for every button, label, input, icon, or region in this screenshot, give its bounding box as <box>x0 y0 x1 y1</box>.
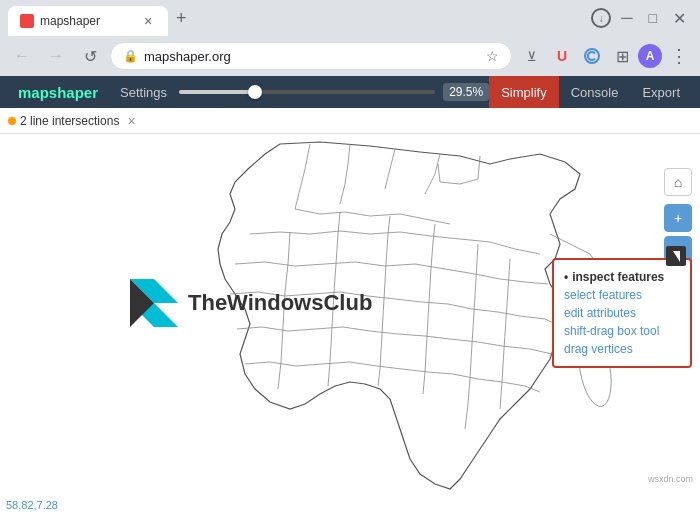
browser-menu-button[interactable]: ⋮ <box>664 42 692 70</box>
download-icon[interactable]: ⊻ <box>518 42 546 70</box>
maximize-button[interactable]: □ <box>643 10 663 26</box>
sync-indicator: ↓ <box>591 8 611 28</box>
notification-bar: 2 line intersections × <box>0 108 700 134</box>
cursor-icon <box>666 246 686 266</box>
notification-dot <box>8 117 16 125</box>
simplify-button[interactable]: Simplify <box>489 76 559 108</box>
twc-icon <box>130 279 178 327</box>
tab-area: mapshaper × + <box>8 0 587 36</box>
app-toolbar: mapshaper Settings 29.5% Simplify Consol… <box>0 76 700 108</box>
tab-title: mapshaper <box>40 14 134 28</box>
simplify-slider-area: 29.5% <box>179 83 489 101</box>
select-features-item[interactable]: select features <box>564 286 680 304</box>
context-menu: • inspect features select features edit … <box>552 258 692 368</box>
address-input[interactable]: 🔒 mapshaper.org ☆ <box>110 42 512 70</box>
notification-close-button[interactable]: × <box>127 113 135 129</box>
refresh-button[interactable]: ↺ <box>76 42 104 70</box>
address-text: mapshaper.org <box>144 49 480 64</box>
c-extension-icon[interactable] <box>578 42 606 70</box>
coordinates-display: 58.82,7.28 <box>6 499 58 511</box>
slider-percent-badge: 29.5% <box>443 83 489 101</box>
company-name: TheWindowsClub <box>188 290 372 316</box>
title-bar: mapshaper × + ↓ ─ □ ✕ <box>0 0 700 36</box>
u-extension-icon[interactable]: U <box>548 42 576 70</box>
edit-attributes-item[interactable]: edit attributes <box>564 304 680 322</box>
shift-drag-box-tool-item[interactable]: shift-drag box tool <box>564 322 680 340</box>
browser-toolbar-icons: ⊻ U ⊞ A ⋮ <box>518 42 692 70</box>
notification-text: 2 line intersections <box>20 114 119 128</box>
minimize-button[interactable]: ─ <box>615 9 638 27</box>
cursor-shape <box>673 251 680 262</box>
close-button[interactable]: ✕ <box>667 9 692 28</box>
forward-button[interactable]: → <box>42 42 70 70</box>
export-button[interactable]: Export <box>630 76 692 108</box>
tab-favicon <box>20 14 34 28</box>
settings-button[interactable]: Settings <box>108 76 179 108</box>
back-button[interactable]: ← <box>8 42 36 70</box>
logo-overlay: TheWindowsClub <box>130 279 372 327</box>
map-area[interactable]: 2 line intersections × <box>0 108 700 515</box>
drag-vertices-item[interactable]: drag vertices <box>564 340 680 358</box>
home-button[interactable]: ⌂ <box>664 168 692 196</box>
console-button[interactable]: Console <box>559 76 631 108</box>
new-tab-button[interactable]: + <box>168 8 195 29</box>
home-icon: ⌂ <box>674 174 682 190</box>
lock-icon: 🔒 <box>123 49 138 63</box>
tab-close-button[interactable]: × <box>140 13 156 29</box>
extensions-icon[interactable]: ⊞ <box>608 42 636 70</box>
window-controls: ↓ ─ □ ✕ <box>591 8 692 28</box>
watermark: wsxdn.com <box>645 473 696 485</box>
profile-avatar[interactable]: A <box>638 44 662 68</box>
simplify-slider-track[interactable] <box>179 90 435 94</box>
inspect-features-item[interactable]: • inspect features <box>564 268 680 286</box>
slider-fill <box>179 90 255 94</box>
zoom-in-button[interactable]: + <box>664 204 692 232</box>
address-bar: ← → ↺ 🔒 mapshaper.org ☆ ⊻ U ⊞ A ⋮ <box>0 36 700 76</box>
browser-tab[interactable]: mapshaper × <box>8 6 168 36</box>
zoom-in-icon: + <box>674 210 682 226</box>
app-logo: mapshaper <box>8 84 108 101</box>
bookmark-icon[interactable]: ☆ <box>486 48 499 64</box>
slider-thumb[interactable] <box>248 85 262 99</box>
